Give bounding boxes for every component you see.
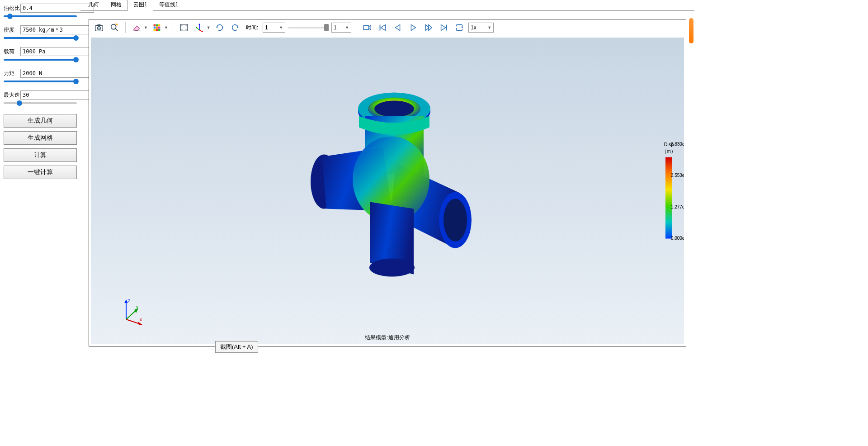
svg-point-42 xyxy=(369,259,415,277)
svg-rect-8 xyxy=(158,24,160,27)
main: 几何 网格 云图1 等值线1 ▼ xyxy=(80,0,694,355)
param-label: 密度 xyxy=(4,26,18,34)
svg-marker-26 xyxy=(381,25,385,31)
density-slider[interactable] xyxy=(4,37,77,39)
step-back-icon[interactable] xyxy=(392,21,404,34)
color-legend: Disp （m） 3.830e-07 2.553e-07 1.277e-07 0… xyxy=(662,142,676,241)
svg-line-46 xyxy=(126,319,140,324)
chevron-down-icon: ▼ xyxy=(345,25,349,30)
svg-marker-47 xyxy=(138,322,142,325)
zoom-auto-icon[interactable] xyxy=(108,21,121,34)
tab-isoline[interactable]: 等值线1 xyxy=(153,0,184,10)
fem-model xyxy=(292,85,482,285)
tabs: 几何 网格 云图1 等值线1 xyxy=(80,0,694,11)
svg-point-37 xyxy=(374,101,414,117)
svg-marker-23 xyxy=(236,27,238,28)
sidebar: 泊松比 密度 载荷 力矩 xyxy=(0,0,80,355)
load-slider[interactable] xyxy=(4,59,77,61)
param-label: 力矩 xyxy=(4,70,18,77)
play-icon[interactable] xyxy=(407,21,420,34)
moment-slider[interactable] xyxy=(4,81,77,82)
speed-value: 1x xyxy=(471,24,476,31)
svg-line-20 xyxy=(196,28,199,30)
record-icon[interactable] xyxy=(361,21,373,34)
skip-first-icon[interactable] xyxy=(376,21,389,34)
svg-rect-7 xyxy=(156,24,158,27)
legend-ticks: 3.830e-07 2.553e-07 1.277e-07 0.000e+00 xyxy=(671,142,684,241)
generate-geometry-button[interactable]: 生成几何 xyxy=(4,114,77,128)
svg-rect-10 xyxy=(156,27,158,29)
oneclick-compute-button[interactable]: 一键计算 xyxy=(4,166,77,179)
step-forward-icon[interactable] xyxy=(422,21,435,34)
time-dropdown[interactable]: 1 ▼ xyxy=(263,23,285,33)
chevron-down-icon: ▼ xyxy=(279,25,283,30)
svg-rect-9 xyxy=(154,27,156,29)
svg-line-4 xyxy=(115,28,118,31)
param-load: 载荷 xyxy=(4,47,77,61)
time-slider[interactable] xyxy=(288,27,329,28)
svg-text:x: x xyxy=(140,317,142,322)
param-label: 载荷 xyxy=(4,48,18,56)
chevron-down-icon[interactable]: ▼ xyxy=(207,25,211,30)
param-moment: 力矩 xyxy=(4,69,77,82)
svg-text:z: z xyxy=(128,298,130,303)
svg-line-49 xyxy=(126,310,136,319)
svg-rect-24 xyxy=(363,25,369,29)
svg-rect-12 xyxy=(154,29,156,31)
speed-dropdown[interactable]: 1x ▼ xyxy=(468,23,494,33)
svg-marker-19 xyxy=(201,30,203,32)
svg-point-3 xyxy=(111,24,116,29)
tab-mesh[interactable]: 网格 xyxy=(105,0,127,10)
axis-triad: z x y xyxy=(118,298,145,326)
chevron-down-icon: ▼ xyxy=(487,25,491,30)
frame-value: 1 xyxy=(334,24,337,31)
svg-marker-17 xyxy=(198,24,200,25)
param-density: 密度 xyxy=(4,25,77,39)
svg-marker-44 xyxy=(124,299,128,303)
svg-point-2 xyxy=(98,28,100,29)
chevron-down-icon[interactable]: ▼ xyxy=(144,25,148,30)
svg-point-40 xyxy=(443,199,467,242)
svg-marker-33 xyxy=(461,27,463,28)
tab-contour[interactable]: 云图1 xyxy=(127,0,153,11)
compute-button[interactable]: 计算 xyxy=(4,148,77,162)
right-scroll-indicator[interactable] xyxy=(689,18,693,43)
toolbar: ▼ ▼ ▼ xyxy=(89,19,686,36)
param-label: 最大迭代次数 xyxy=(4,91,18,99)
separator xyxy=(356,22,356,33)
separator xyxy=(173,22,173,33)
svg-marker-27 xyxy=(396,25,400,31)
svg-marker-28 xyxy=(411,25,416,31)
generate-mesh-button[interactable]: 生成网格 xyxy=(4,131,77,145)
fit-view-icon[interactable] xyxy=(178,21,190,34)
frame-dropdown[interactable]: 1 ▼ xyxy=(331,23,351,33)
separator xyxy=(125,22,126,33)
maxiter-slider[interactable] xyxy=(4,102,77,104)
param-maxiter: 最大迭代次数 xyxy=(4,90,77,104)
poisson-slider[interactable] xyxy=(4,15,77,17)
svg-rect-13 xyxy=(156,29,158,31)
svg-marker-31 xyxy=(441,25,446,31)
viewport-3d[interactable]: z x y Disp （m） xyxy=(91,38,684,344)
tab-geometry[interactable]: 几何 xyxy=(82,0,105,10)
viewer-frame: ▼ ▼ ▼ xyxy=(89,19,686,346)
param-poisson: 泊松比 xyxy=(4,4,77,17)
result-model-label: 结果模型:通用分析 xyxy=(365,334,410,342)
loop-icon[interactable] xyxy=(453,21,466,34)
rubiks-cube-icon[interactable] xyxy=(151,21,163,34)
svg-rect-11 xyxy=(158,27,160,29)
rotate-ccw-icon[interactable] xyxy=(213,21,226,34)
chevron-down-icon[interactable]: ▼ xyxy=(164,25,168,30)
svg-rect-14 xyxy=(158,29,160,31)
svg-text:y: y xyxy=(136,304,138,309)
axis-orientation-icon[interactable] xyxy=(193,21,206,34)
rotate-cw-icon[interactable] xyxy=(229,21,241,34)
time-value: 1 xyxy=(265,24,268,31)
camera-icon[interactable] xyxy=(93,21,105,34)
skip-last-icon[interactable] xyxy=(438,21,450,34)
svg-rect-6 xyxy=(154,24,156,27)
screenshot-hint: 截图(Alt + A) xyxy=(215,341,258,353)
param-label: 泊松比 xyxy=(4,5,18,12)
eraser-icon[interactable] xyxy=(130,21,143,34)
svg-marker-22 xyxy=(216,27,218,28)
